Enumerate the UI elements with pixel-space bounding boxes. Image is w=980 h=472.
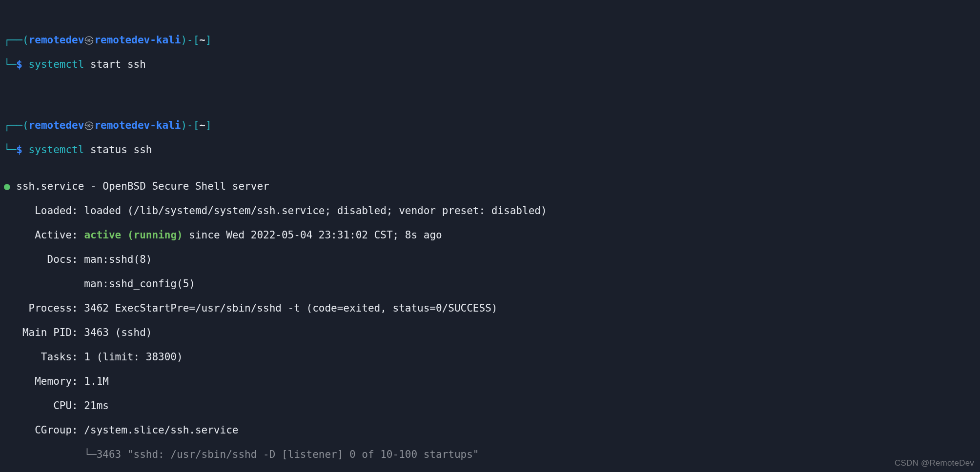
status-process: Process: 3462 ExecStartPre=/usr/sbin/ssh…: [4, 302, 976, 315]
status-docs-1: Docs: man:sshd(8): [4, 254, 976, 266]
status-tasks: Tasks: 1 (limit: 38300): [4, 351, 976, 363]
terminal-output[interactable]: ┌──(remotedev㉿remotedev-kali)-[~] └─$ sy…: [0, 0, 980, 472]
status-dot-icon: ●: [4, 180, 10, 192]
status-unit: ● ssh.service - OpenBSD Secure Shell ser…: [4, 180, 976, 193]
status-docs-2: man:sshd_config(5): [4, 278, 976, 290]
blank-line: [4, 83, 976, 95]
status-memory: Memory: 1.1M: [4, 375, 976, 388]
status-active: Active: active (running) since Wed 2022-…: [4, 229, 976, 241]
status-cpu: CPU: 21ms: [4, 400, 976, 412]
watermark-text: CSDN @RemoteDev: [895, 457, 974, 469]
cmd-systemctl: systemctl: [29, 59, 84, 70]
status-mainpid: Main PID: 3463 (sshd): [4, 327, 976, 339]
prompt-line-2: ┌──(remotedev㉿remotedev-kali)-[~]: [4, 119, 976, 132]
cmd-systemctl: systemctl: [29, 144, 84, 156]
status-loaded: Loaded: loaded (/lib/systemd/system/ssh.…: [4, 205, 976, 217]
status-cgroup-child: └─3463 "sshd: /usr/sbin/sshd -D [listene…: [4, 449, 976, 461]
command-line-2: └─$ systemctl status ssh: [4, 144, 976, 156]
command-line-1: └─$ systemctl start ssh: [4, 59, 976, 71]
prompt-line-1: ┌──(remotedev㉿remotedev-kali)-[~]: [4, 34, 976, 46]
status-cgroup: CGroup: /system.slice/ssh.service: [4, 424, 976, 436]
